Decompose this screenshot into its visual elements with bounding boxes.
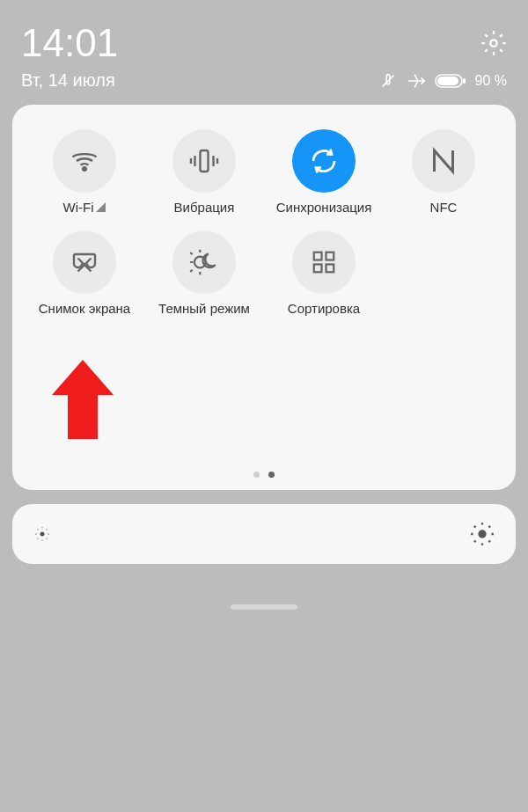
svg-rect-9 <box>314 265 322 273</box>
page-indicator <box>253 472 275 478</box>
status-icons: 90 % <box>378 71 507 91</box>
page-dot <box>253 472 260 478</box>
svg-point-12 <box>478 530 486 538</box>
wifi-icon <box>53 129 116 193</box>
svg-rect-5 <box>201 150 209 172</box>
brightness-low-icon <box>33 525 51 543</box>
tile-label: Синхронизация <box>276 200 372 215</box>
darkmode-icon <box>172 230 236 294</box>
settings-gear-icon[interactable] <box>480 30 507 56</box>
brightness-slider[interactable] <box>12 504 516 564</box>
svg-point-11 <box>40 532 45 537</box>
tile-label: NFC <box>430 200 458 215</box>
annotation-arrow <box>52 360 114 439</box>
status-date: Вт, 14 июля <box>21 70 115 91</box>
tile-label: Вибрация <box>174 200 235 215</box>
tile-darkmode[interactable]: Темный режим <box>148 230 260 316</box>
battery-icon <box>435 73 466 89</box>
tile-sort[interactable]: Сортировка <box>268 230 380 316</box>
clock-time: 14:01 <box>21 21 118 65</box>
brightness-high-icon <box>470 522 495 546</box>
tile-wifi[interactable]: Wi-Fi <box>28 129 141 215</box>
tile-label: Wi-Fi <box>63 200 106 215</box>
svg-rect-10 <box>326 265 334 273</box>
svg-point-0 <box>490 40 497 47</box>
tile-label: Снимок экрана <box>39 301 130 316</box>
sync-icon <box>292 129 356 193</box>
tile-label: Сортировка <box>288 301 360 316</box>
svg-rect-7 <box>314 252 322 260</box>
page-dot <box>268 472 275 478</box>
screenshot-icon <box>53 230 116 294</box>
mute-icon <box>378 71 398 91</box>
nfc-icon <box>412 129 475 193</box>
airplane-icon <box>407 71 426 91</box>
svg-rect-3 <box>463 78 466 84</box>
sort-icon <box>292 230 356 294</box>
tile-label: Темный режим <box>158 301 250 316</box>
tile-vibration[interactable]: Вибрация <box>148 129 260 215</box>
drag-handle[interactable] <box>231 604 297 610</box>
battery-percent: 90 % <box>475 73 507 89</box>
tile-screenshot[interactable]: Снимок экрана <box>28 230 141 316</box>
tile-nfc[interactable]: NFC <box>387 129 500 215</box>
svg-rect-2 <box>437 77 458 85</box>
tile-sync[interactable]: Синхронизация <box>268 129 380 215</box>
svg-rect-8 <box>326 252 334 260</box>
svg-point-4 <box>83 167 86 171</box>
vibration-icon <box>172 129 236 193</box>
status-bar: 14:01 Вт, 14 июля 90 % <box>0 0 528 94</box>
